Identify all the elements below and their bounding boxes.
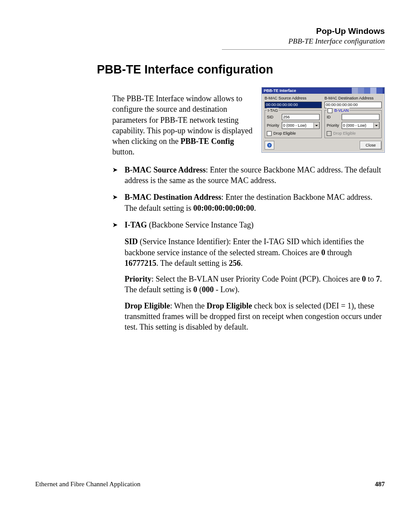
header-rule: [222, 49, 385, 50]
itag-drop-checkbox[interactable]: Drop Eligible: [267, 131, 320, 136]
header-chapter: Pop-Up Windows: [35, 26, 385, 36]
chevron-down-icon: [313, 123, 319, 128]
bullet-bmac-dst: B-MAC Destination Address: Enter the des…: [112, 192, 385, 213]
bmac-src-label: B-MAC Source Address: [265, 95, 322, 101]
page-title: PBB-TE Interface configuration: [97, 63, 385, 77]
bvlan-drop-label: Drop Eligible: [333, 131, 356, 136]
bmac-src-input[interactable]: 00:00:00:00:00:00: [265, 102, 322, 108]
sid-label: SID: [267, 114, 280, 120]
sub-drop: Drop Eligible: When the Drop Eligible ch…: [125, 301, 385, 333]
help-button[interactable]: ?: [265, 141, 274, 150]
pbb-te-dialog: PBB-TE Interface B-MAC Source Address 00…: [262, 87, 385, 153]
dialog-title: PBB-TE Interface: [264, 88, 296, 93]
titlebar-decoration: [352, 88, 383, 94]
bvlan-legend: B-VLAN: [327, 108, 350, 113]
bvlan-drop-checkbox: Drop Eligible: [327, 131, 379, 136]
footer-doc-title: Ethernet and Fibre Channel Application: [35, 481, 140, 488]
svg-text:?: ?: [269, 143, 271, 147]
dialog-titlebar: PBB-TE Interface: [262, 88, 384, 94]
sub-priority: Priority: Select the B-VLAN user Priorit…: [125, 274, 385, 295]
bmac-dst-input[interactable]: 00:00:00:00:00:00: [324, 102, 382, 108]
itag-legend: I-TAG: [267, 108, 279, 113]
bvlan-enable-checkbox[interactable]: [328, 108, 332, 113]
bvlan-id-input[interactable]: [342, 114, 379, 120]
itag-priority-select[interactable]: 0 (000 - Low): [282, 122, 320, 129]
itag-priority-label: Priority: [267, 123, 280, 128]
sub-sid: SID (Service Instance Identifier): Enter…: [125, 236, 385, 268]
itag-group: I-TAG SID 256 Priority 0 (000 - Low): [265, 110, 322, 138]
help-icon: ?: [267, 143, 272, 148]
sid-input[interactable]: 256: [282, 114, 320, 120]
bullet-bmac-src: B-MAC Source Address: Enter the source B…: [112, 165, 385, 186]
header-section: PBB-TE Interface configuration: [35, 37, 385, 46]
bvlan-id-label: ID: [327, 114, 340, 120]
bullet-itag: I-TAG (Backbone Service Instance Tag): [112, 220, 385, 230]
bvlan-priority-select[interactable]: 0 (000 - Low): [342, 122, 379, 129]
chevron-down-icon: [373, 123, 379, 128]
bvlan-group: B-VLAN ID Priority 0 (000 - Low): [324, 110, 382, 138]
bvlan-priority-label: Priority: [327, 123, 340, 128]
itag-drop-label: Drop Eligible: [273, 131, 296, 136]
bmac-dst-label: B-MAC Destination Address: [324, 95, 382, 101]
close-button[interactable]: Close: [360, 141, 382, 150]
page-number: 487: [375, 481, 385, 488]
